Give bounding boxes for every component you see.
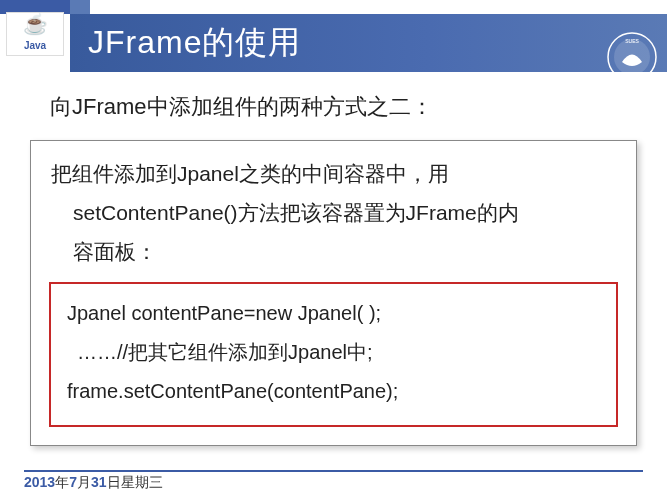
desc-line-3: 容面板：: [51, 233, 620, 272]
code-line-2: ……//把其它组件添加到Jpanel中;: [63, 333, 604, 372]
subtitle: 向JFrame中添加组件的两种方式之二：: [50, 92, 637, 122]
university-logo: SUES: [607, 32, 657, 82]
svg-text:SUES: SUES: [625, 38, 639, 44]
slide-title: JFrame的使用: [88, 21, 301, 65]
footer-divider: [24, 470, 643, 472]
java-cup-icon: [23, 18, 47, 36]
title-bar: JFrame的使用 SUES: [70, 14, 667, 72]
java-logo-text: Java: [24, 40, 46, 51]
top-accent-bar: [0, 0, 667, 14]
code-box: Jpanel contentPane=new Jpanel( ); ……//把其…: [49, 282, 618, 427]
java-logo: Java: [6, 12, 64, 56]
desc-line-2: setContentPane()方法把该容器置为JFrame的内: [51, 194, 620, 233]
description-text: 把组件添加到Jpanel之类的中间容器中，用 setContentPane()方…: [47, 155, 620, 272]
content-box: 把组件添加到Jpanel之类的中间容器中，用 setContentPane()方…: [30, 140, 637, 446]
footer-date: 2013年7月31日星期三: [24, 474, 163, 492]
slide-content: 向JFrame中添加组件的两种方式之二： 把组件添加到Jpanel之类的中间容器…: [0, 92, 667, 446]
desc-line-1: 把组件添加到Jpanel之类的中间容器中，用: [51, 162, 449, 185]
code-line-3: frame.setContentPane(contentPane);: [63, 372, 604, 411]
code-line-1: Jpanel contentPane=new Jpanel( );: [63, 294, 604, 333]
